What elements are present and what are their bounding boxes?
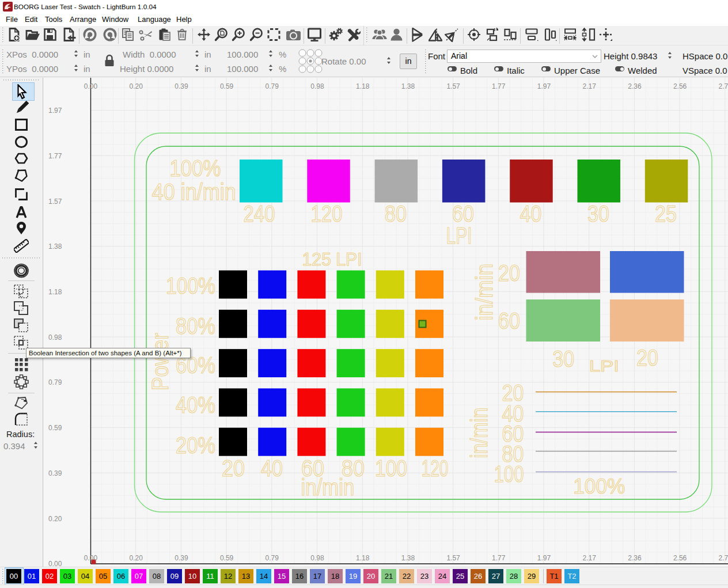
svg-text:0.20: 0.20 (130, 82, 143, 90)
svg-text:0.79: 0.79 (266, 82, 279, 90)
svg-text:in/min: in/min (467, 408, 492, 458)
svg-text:100: 100 (375, 456, 407, 481)
svg-text:0.20: 0.20 (130, 554, 143, 562)
svg-text:1.57: 1.57 (48, 198, 62, 206)
svg-text:0.98: 0.98 (48, 333, 62, 342)
svg-text:40: 40 (520, 201, 542, 226)
svg-text:40%: 40% (176, 392, 215, 418)
svg-text:2.36: 2.36 (628, 554, 642, 562)
svg-text:1.97: 1.97 (537, 554, 551, 562)
svg-text:120: 120 (311, 201, 343, 226)
svg-text:1.38: 1.38 (401, 554, 415, 562)
svg-text:40 in/min: 40 in/min (152, 179, 236, 204)
svg-text:2.56: 2.56 (673, 554, 687, 562)
svg-text:2.56: 2.56 (673, 82, 687, 90)
svg-text:30: 30 (552, 346, 574, 371)
svg-text:1.18: 1.18 (48, 288, 62, 296)
svg-text:240: 240 (244, 201, 275, 226)
svg-text:120: 120 (422, 456, 449, 481)
svg-text:0.98: 0.98 (310, 82, 324, 90)
svg-text:0.79: 0.79 (266, 554, 279, 562)
svg-text:100%: 100% (170, 155, 221, 181)
svg-text:1.18: 1.18 (356, 554, 370, 562)
svg-text:1.18: 1.18 (356, 82, 370, 90)
svg-text:0.59: 0.59 (220, 554, 234, 562)
svg-text:20%: 20% (176, 433, 215, 458)
svg-text:2.36: 2.36 (628, 82, 642, 90)
svg-text:40: 40 (261, 456, 283, 481)
svg-text:0.39: 0.39 (175, 82, 188, 90)
svg-text:0.59: 0.59 (48, 424, 62, 432)
svg-text:100%: 100% (573, 475, 625, 498)
svg-text:LPI: LPI (589, 357, 619, 375)
svg-text:20: 20 (222, 456, 245, 481)
svg-text:1.77: 1.77 (492, 554, 506, 562)
svg-text:1.97: 1.97 (537, 82, 551, 90)
svg-text:0.79: 0.79 (48, 378, 62, 386)
svg-text:2.76: 2.76 (719, 82, 728, 90)
svg-text:20: 20 (636, 345, 658, 370)
svg-text:0.98: 0.98 (310, 554, 324, 562)
svg-text:0.20: 0.20 (48, 515, 62, 523)
svg-text:30: 30 (587, 201, 609, 226)
svg-text:0.00: 0.00 (84, 82, 98, 90)
svg-text:LPI: LPI (446, 223, 472, 248)
svg-text:80%: 80% (176, 313, 215, 339)
svg-text:1.57: 1.57 (446, 82, 460, 90)
svg-text:0.39: 0.39 (48, 469, 62, 477)
svg-text:0.39: 0.39 (175, 554, 188, 562)
svg-text:0.00: 0.00 (84, 554, 98, 562)
svg-text:in/min: in/min (472, 264, 497, 321)
svg-text:20: 20 (498, 260, 520, 286)
svg-text:1.38: 1.38 (401, 82, 415, 90)
svg-text:100%: 100% (166, 273, 215, 298)
svg-text:0.00: 0.00 (48, 560, 62, 567)
svg-text:Power: Power (147, 333, 173, 390)
svg-text:2.76: 2.76 (719, 554, 728, 562)
svg-text:25: 25 (655, 201, 677, 226)
svg-text:1.38: 1.38 (48, 242, 62, 251)
svg-text:1.57: 1.57 (446, 554, 460, 562)
svg-text:1.77: 1.77 (48, 152, 62, 160)
svg-text:0.59: 0.59 (220, 82, 234, 90)
svg-text:125 LPI: 125 LPI (302, 249, 362, 270)
svg-text:in/min: in/min (301, 475, 355, 500)
svg-text:2.17: 2.17 (583, 82, 597, 90)
svg-text:2.17: 2.17 (583, 554, 597, 562)
svg-text:80: 80 (385, 201, 407, 226)
svg-text:100: 100 (494, 461, 524, 487)
svg-text:1.77: 1.77 (492, 82, 506, 90)
svg-text:60: 60 (498, 308, 520, 333)
svg-text:1.97: 1.97 (48, 107, 62, 115)
